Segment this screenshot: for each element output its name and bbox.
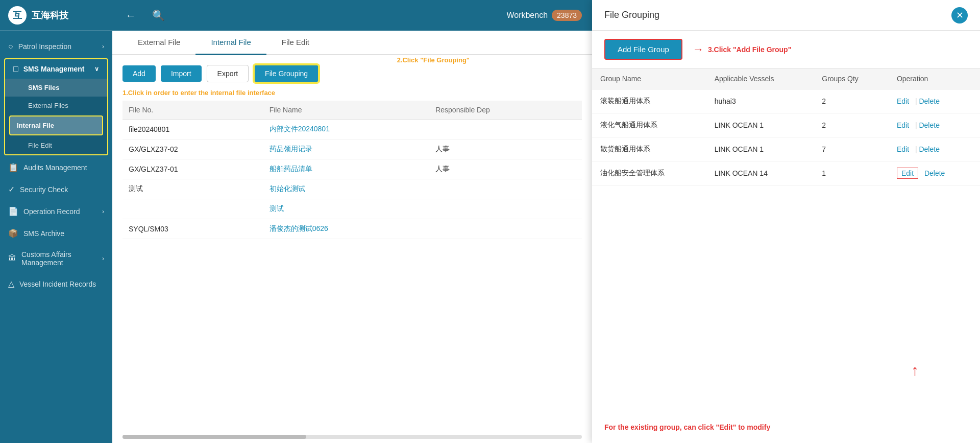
import-button[interactable]: Import (161, 65, 202, 82)
tab-file-edit[interactable]: File Edit (266, 31, 325, 55)
security-icon: ✓ (8, 184, 15, 194)
sidebar-item-file-edit[interactable]: File Edit (5, 136, 107, 154)
col-applicable-vessels: Applicable Vessels (706, 68, 814, 89)
file-name-cell: 药品领用记录 (263, 139, 430, 159)
file-name-link[interactable]: 初始化测试 (270, 184, 305, 193)
logo-text: 互海科技 (32, 9, 68, 21)
sidebar-item-sms-archive[interactable]: 📦 SMS Archive (0, 222, 112, 244)
logo-icon: 互 (8, 6, 27, 25)
sidebar-item-sms-files[interactable]: SMS Files (5, 79, 107, 97)
edit-link[interactable]: Edit (897, 121, 909, 129)
sidebar-item-sms[interactable]: □ SMS Management ∨ (5, 59, 107, 79)
col-responsible-dep: Responsible Dep (429, 101, 582, 120)
operation-cell: Edit | Delete (889, 137, 980, 161)
toolbar: Add Import Export File Grouping (112, 58, 592, 89)
dept-cell (429, 120, 582, 139)
search-button[interactable]: 🔍 (149, 6, 168, 25)
file-name-link[interactable]: 药品领用记录 (270, 145, 312, 153)
edit-annotation-text: For the existing group, can click "Edit"… (604, 423, 770, 431)
workbench-text: Workbench (506, 11, 548, 20)
workbench-badge: 23873 (552, 10, 582, 21)
group-row: 散货船通用体系 LINK OCEAN 1 7 Edit | Delete (592, 137, 980, 161)
delete-link[interactable]: Delete (919, 97, 939, 105)
sidebar-item-customs[interactable]: 🏛 Customs Affairs Management › (0, 244, 112, 273)
dept-cell: 人事 (429, 159, 582, 179)
archive-icon: 📦 (8, 228, 18, 238)
scroll-thumb (122, 435, 306, 439)
vessel-icon: △ (8, 279, 14, 289)
audits-icon: 📋 (8, 162, 18, 172)
table-row: GX/GLXZ37-02 药品领用记录 人事 (122, 139, 582, 159)
tab-internal-file[interactable]: Internal File (195, 31, 266, 55)
file-name-link[interactable]: 内部文件20240801 (270, 125, 330, 133)
file-grouping-button[interactable]: File Grouping (254, 64, 319, 83)
sidebar: 互 互海科技 ○ Patrol Inspection › □ SMS Manag… (0, 0, 112, 443)
file-name-link[interactable]: 船舶药品清单 (270, 165, 312, 173)
dept-cell: 人事 (429, 139, 582, 159)
file-table-container: File No. File Name Responsible Dep file2… (112, 101, 592, 431)
group-table-container: Group Name Applicable Vessels Groups Qty… (592, 68, 980, 412)
main-area: ← 🔍 Workbench 23873 External File Intern… (112, 0, 592, 443)
patrol-icon: ○ (8, 42, 13, 51)
sidebar-item-security[interactable]: ✓ Security Check (0, 178, 112, 200)
add-button[interactable]: Add (122, 65, 156, 82)
external-files-label: External Files (28, 102, 68, 109)
export-button[interactable]: Export (207, 65, 249, 82)
vessels-cell: huhai3 (706, 89, 814, 113)
dept-cell (429, 179, 582, 199)
table-row: file20240801 内部文件20240801 (122, 120, 582, 139)
file-no-cell: file20240801 (122, 120, 263, 139)
delete-link[interactable]: Delete (919, 145, 939, 153)
group-row: 油化船安全管理体系 LINK OCEAN 14 1 Edit Delete (592, 161, 980, 185)
patrol-chevron: › (102, 43, 104, 50)
sms-management-section: □ SMS Management ∨ SMS Files External Fi… (4, 58, 108, 155)
sidebar-item-patrol-label: Patrol Inspection (18, 42, 71, 51)
edit-annotation: For the existing group, can click "Edit"… (592, 412, 980, 443)
sidebar-item-audits[interactable]: 📋 Audits Management (0, 156, 112, 178)
operation-chevron: › (102, 208, 104, 215)
delete-link[interactable]: Delete (924, 169, 945, 177)
customs-chevron: › (102, 255, 104, 262)
delete-link[interactable]: Delete (919, 121, 939, 129)
op-divider: | (915, 121, 917, 129)
operation-cell: Edit | Delete (889, 89, 980, 113)
internal-file-label-wrapper: Internal File (10, 116, 102, 134)
file-name-cell: 初始化测试 (263, 179, 430, 199)
file-name-link[interactable]: 测试 (270, 204, 284, 213)
sms-files-label: SMS Files (28, 84, 59, 91)
sidebar-item-vessel-label: Vessel Incident Records (19, 280, 96, 288)
add-file-group-button[interactable]: Add File Group (604, 39, 682, 60)
file-name-cell: 内部文件20240801 (263, 120, 430, 139)
table-row: GX/GLXZ37-01 船舶药品清单 人事 (122, 159, 582, 179)
step3-annotation: → 3.Click "Add File Group" (693, 43, 791, 56)
edit-link-boxed[interactable]: Edit (897, 168, 918, 179)
edit-link[interactable]: Edit (897, 145, 909, 153)
sidebar-item-internal-file[interactable]: Internal File (9, 115, 103, 135)
group-row: 液化气船通用体系 LINK OCEAN 1 2 Edit | Delete (592, 113, 980, 137)
sidebar-item-security-label: Security Check (20, 185, 68, 194)
vessels-cell: LINK OCEAN 1 (706, 113, 814, 137)
tab-external-file[interactable]: External File (122, 31, 195, 55)
edit-link[interactable]: Edit (897, 97, 909, 105)
file-no-cell (122, 199, 263, 219)
horizontal-scrollbar[interactable] (122, 435, 582, 439)
sidebar-item-sms-archive-label: SMS Archive (23, 229, 64, 238)
close-button[interactable]: ✕ (951, 7, 968, 24)
sidebar-item-vessel[interactable]: △ Vessel Incident Records (0, 273, 112, 295)
sidebar-item-patrol[interactable]: ○ Patrol Inspection › (0, 36, 112, 57)
qty-cell: 1 (814, 161, 889, 185)
sidebar-item-operation[interactable]: 📄 Operation Record › (0, 200, 112, 222)
table-row: SYQL/SM03 潘俊杰的测试0626 (122, 219, 582, 239)
file-no-cell: GX/GLXZ37-01 (122, 159, 263, 179)
qty-cell: 7 (814, 137, 889, 161)
col-group-name: Group Name (592, 68, 706, 89)
arrow-icon: → (693, 43, 704, 56)
sidebar-item-external-files[interactable]: External Files (5, 97, 107, 114)
sidebar-nav: ○ Patrol Inspection › □ SMS Management ∨… (0, 31, 112, 443)
file-name-link[interactable]: 潘俊杰的测试0626 (270, 224, 328, 232)
back-button[interactable]: ← (122, 7, 139, 25)
add-group-area: Add File Group → 3.Click "Add File Group… (592, 31, 980, 68)
group-name-cell: 液化气船通用体系 (592, 113, 706, 137)
file-name-cell: 船舶药品清单 (263, 159, 430, 179)
tab-bar: External File Internal File File Edit (112, 31, 592, 55)
